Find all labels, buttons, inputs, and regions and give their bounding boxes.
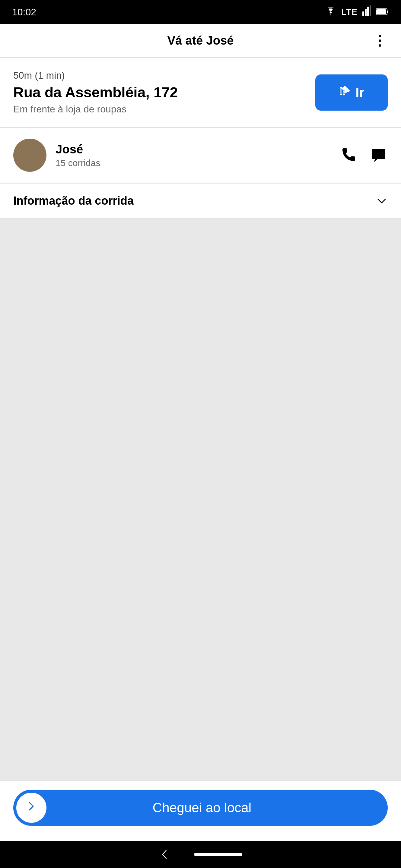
header: Vá até José [0,24,401,57]
rider-rides: 15 corridas [56,158,339,168]
phone-icon [341,147,356,164]
lte-icon: LTE [341,7,357,17]
svg-rect-0 [362,11,364,16]
svg-rect-5 [376,9,386,14]
address-name: Rua da Assembléia, 172 [13,84,306,101]
status-icons: LTE [325,5,389,19]
arrived-button-circle [16,793,47,823]
time-label: 10:02 [12,7,36,18]
chevron-right-icon [25,800,37,815]
ride-info-label: Informação da corrida [13,194,134,207]
address-info: 50m (1 min) Rua da Assembléia, 172 Em fr… [13,70,306,115]
chat-icon [371,147,386,164]
svg-rect-6 [387,10,388,13]
arrived-button-label: Cheguei ao local [47,800,388,815]
chevron-down-icon [376,195,388,207]
bottom-bar: Cheguei ao local [0,780,401,841]
dot3 [379,44,381,47]
avatar [13,138,47,172]
rider-name: José [56,143,339,156]
map-area [0,218,401,780]
dot1 [379,35,381,37]
signal-icon [362,5,371,19]
arrived-button[interactable]: Cheguei ao local [13,789,388,826]
wifi-icon [325,7,337,18]
svg-rect-1 [365,9,367,16]
address-hint: Em frente à loja de roupas [13,104,306,115]
svg-rect-7 [372,149,385,159]
battery-icon [376,7,389,18]
more-options-button[interactable] [371,32,389,50]
address-section: 50m (1 min) Rua da Assembléia, 172 Em fr… [0,58,401,127]
dot2 [379,39,381,42]
home-pill [194,853,242,856]
rider-actions [339,146,388,164]
rider-section: José 15 corridas [0,128,401,183]
status-bar: 10:02 LTE [0,0,401,24]
back-icon[interactable] [159,849,170,860]
rider-info: José 15 corridas [56,143,339,168]
go-button-label: Ir [355,85,364,100]
go-button[interactable]: Ir [315,74,388,111]
chat-button[interactable] [370,146,388,164]
info-section[interactable]: Informação da corrida [0,184,401,218]
svg-rect-2 [367,7,369,16]
navigation-icon [339,85,351,100]
page-title: Vá até José [167,34,233,47]
distance-time: 50m (1 min) [13,70,306,81]
avatar-image [13,138,47,172]
bottom-nav [0,841,401,868]
call-button[interactable] [339,146,357,164]
svg-rect-3 [370,5,371,16]
